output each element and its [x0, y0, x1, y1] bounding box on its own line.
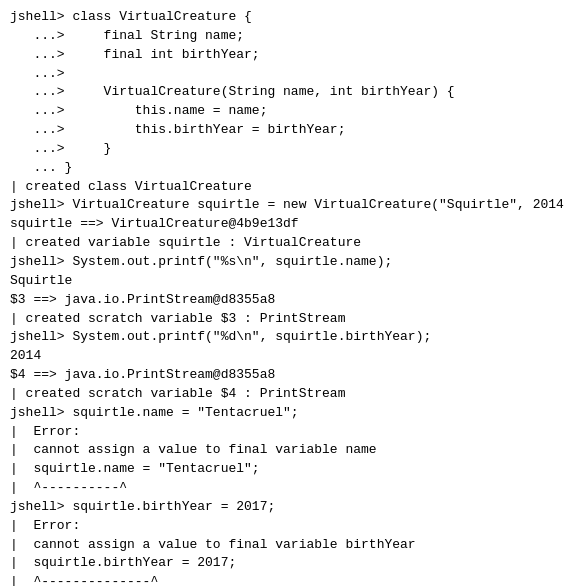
terminal-line: $4 ==> java.io.PrintStream@d8355a8 — [10, 366, 556, 385]
terminal-line: | Error: — [10, 423, 556, 442]
terminal-line: 2014 — [10, 347, 556, 366]
terminal-line: jshell> System.out.printf("%s\n", squirt… — [10, 253, 556, 272]
terminal-line: | squirtle.birthYear = 2017; — [10, 554, 556, 573]
terminal-line: ...> this.name = name; — [10, 102, 556, 121]
terminal-line: ... } — [10, 159, 556, 178]
terminal-line: | created class VirtualCreature — [10, 178, 556, 197]
terminal-line: jshell> squirtle.name = "Tentacruel"; — [10, 404, 556, 423]
terminal-line: ...> VirtualCreature(String name, int bi… — [10, 83, 556, 102]
terminal-line: ...> } — [10, 140, 556, 159]
terminal-line: | squirtle.name = "Tentacruel"; — [10, 460, 556, 479]
terminal-line: | created variable squirtle : VirtualCre… — [10, 234, 556, 253]
terminal-line: Squirtle — [10, 272, 556, 291]
terminal-line: jshell> class VirtualCreature { — [10, 8, 556, 27]
terminal-line: ...> final String name; — [10, 27, 556, 46]
terminal-line: squirtle ==> VirtualCreature@4b9e13df — [10, 215, 556, 234]
terminal-line: $3 ==> java.io.PrintStream@d8355a8 — [10, 291, 556, 310]
terminal-line: | ^----------^ — [10, 479, 556, 498]
terminal-line: jshell> squirtle.birthYear = 2017; — [10, 498, 556, 517]
terminal-line: | created scratch variable $3 : PrintStr… — [10, 310, 556, 329]
terminal-line: | cannot assign a value to final variabl… — [10, 536, 556, 555]
terminal-line: | ^--------------^ — [10, 573, 556, 586]
terminal-line: jshell> VirtualCreature squirtle = new V… — [10, 196, 556, 215]
terminal-line: ...> — [10, 65, 556, 84]
terminal-line: | created scratch variable $4 : PrintStr… — [10, 385, 556, 404]
terminal-output: jshell> class VirtualCreature { ...> fin… — [10, 8, 556, 586]
terminal-line: ...> this.birthYear = birthYear; — [10, 121, 556, 140]
terminal-line: | cannot assign a value to final variabl… — [10, 441, 556, 460]
terminal-line: jshell> System.out.printf("%d\n", squirt… — [10, 328, 556, 347]
terminal-line: ...> final int birthYear; — [10, 46, 556, 65]
terminal-line: | Error: — [10, 517, 556, 536]
